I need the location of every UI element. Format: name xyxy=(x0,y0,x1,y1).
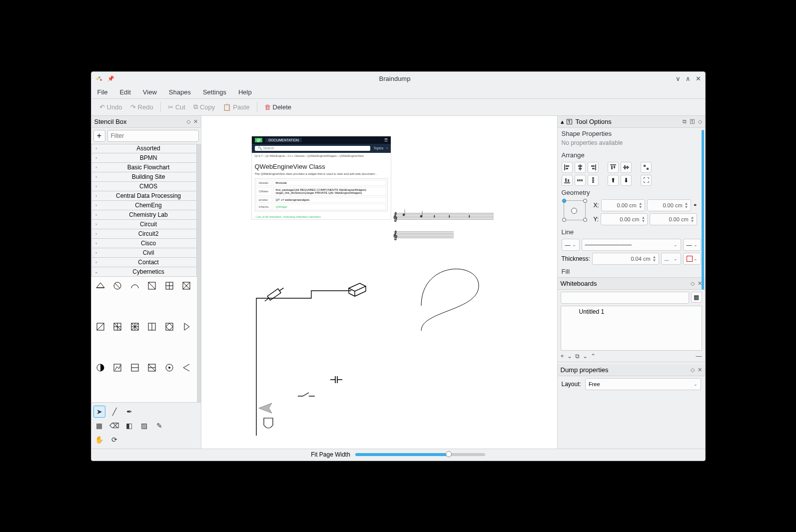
align-right-button[interactable] xyxy=(588,162,599,173)
copy-button[interactable]: ⧉Copy xyxy=(190,102,218,112)
menu-settings[interactable]: Settings xyxy=(201,87,228,97)
stencil-shape[interactable] xyxy=(128,279,142,293)
add-stencil-button[interactable]: + xyxy=(93,130,105,142)
dist-h-button[interactable] xyxy=(575,175,586,186)
zoom-slider[interactable] xyxy=(355,453,485,456)
canvas[interactable]: Qt DOCUMENTATION ☰ 🔍 Search Topics › Qt … xyxy=(201,116,557,449)
redo-button[interactable]: ↷Redo xyxy=(127,102,156,112)
whiteboard-grid-button[interactable]: ▦ xyxy=(691,292,702,303)
stencil-category[interactable]: ›Contact xyxy=(91,258,197,267)
menu-shapes[interactable]: Shapes xyxy=(167,87,193,97)
link-icon[interactable]: ⚭ xyxy=(693,202,697,208)
w-input[interactable]: 0.00 cm▲▼ xyxy=(647,199,691,211)
whiteboard-list[interactable]: Untitled 1 xyxy=(561,306,702,351)
stencil-shape[interactable] xyxy=(93,320,107,334)
distribute-button[interactable] xyxy=(641,162,652,173)
tool-line[interactable]: ╱ xyxy=(108,406,120,418)
collapse-icon[interactable]: ▴ xyxy=(561,118,564,125)
y-input[interactable]: 0.00 cm▲▼ xyxy=(601,213,648,225)
float-icon[interactable]: ◇ xyxy=(691,280,695,287)
stencil-category[interactable]: ›Assorted xyxy=(91,144,197,153)
stencil-category[interactable]: ›Building Site xyxy=(91,172,197,182)
cut-button[interactable]: ✂Cut xyxy=(165,102,188,112)
thickness-input[interactable]: 0.04 cm▲▼ xyxy=(592,253,659,265)
tool-pattern[interactable]: ▨ xyxy=(138,420,150,432)
stencil-shape[interactable] xyxy=(145,320,159,334)
stencil-shape[interactable] xyxy=(93,279,107,293)
wb-remove-button[interactable]: — xyxy=(696,353,702,360)
stencil-category[interactable]: ⌄Cybernetics xyxy=(91,267,197,277)
thickness-more[interactable]: ...⌄ xyxy=(661,253,681,265)
bring-front-button[interactable]: ⬆ xyxy=(608,175,619,186)
group-button[interactable]: ⛶ xyxy=(641,175,652,186)
align-left-button[interactable] xyxy=(562,162,573,173)
scrollbar[interactable] xyxy=(702,130,704,290)
stencil-category[interactable]: ›ChemEng xyxy=(91,201,197,210)
stencil-category[interactable]: ›BPMN xyxy=(91,153,197,163)
stencil-category[interactable]: ›Chemistry Lab xyxy=(91,210,197,220)
wb-up-button[interactable]: ⌃ xyxy=(591,353,596,360)
stencil-category[interactable]: ›CMOS xyxy=(91,182,197,191)
anchor-selector[interactable] xyxy=(564,200,586,220)
stencil-shape[interactable] xyxy=(162,361,176,375)
line-style[interactable]: ────────────⌄ xyxy=(582,239,681,251)
stencil-shape[interactable] xyxy=(128,361,142,375)
float-icon[interactable]: ◇ xyxy=(691,367,695,373)
lock-icon[interactable]: ⚿ xyxy=(566,118,573,125)
stencil-category[interactable]: ›Central Data Processing xyxy=(91,191,197,201)
stencil-shape[interactable] xyxy=(128,320,142,334)
wb-copy-button[interactable]: ⧉ xyxy=(575,353,580,360)
detach-icon[interactable]: ⧉ xyxy=(683,118,687,125)
stencil-shape[interactable] xyxy=(145,361,159,375)
tool-grid[interactable]: ▦ xyxy=(93,420,105,432)
whiteboard-item[interactable]: Untitled 1 xyxy=(563,308,700,315)
whiteboard-name-input[interactable] xyxy=(561,292,689,304)
pin-icon[interactable]: 📌 xyxy=(107,75,114,82)
tool-gradient[interactable]: ◧ xyxy=(123,420,135,432)
tool-zoom[interactable]: ⟳ xyxy=(108,434,120,446)
stencil-shape[interactable] xyxy=(110,361,124,375)
stencil-shape[interactable] xyxy=(145,279,159,293)
stencil-shape[interactable] xyxy=(162,320,176,334)
stencil-category[interactable]: ›Circuit xyxy=(91,220,197,229)
tool-pencil[interactable]: ✎ xyxy=(153,420,165,432)
stencil-shape[interactable] xyxy=(162,279,176,293)
align-hcenter-button[interactable] xyxy=(575,162,586,173)
wb-add-button[interactable]: + xyxy=(561,353,564,360)
line-end-cap[interactable]: —⌄ xyxy=(683,239,701,251)
close-panel-icon[interactable]: ✕ xyxy=(193,118,198,125)
x-input[interactable]: 0.00 cm▲▼ xyxy=(601,199,645,211)
stencil-shape[interactable] xyxy=(179,279,193,293)
line-start-cap[interactable]: —⌄ xyxy=(562,239,580,251)
scrollbar[interactable] xyxy=(197,144,201,402)
float-icon[interactable]: ◇ xyxy=(698,118,702,125)
minimize-button[interactable]: ∨ xyxy=(676,75,681,82)
close-button[interactable]: ✕ xyxy=(696,75,701,82)
align-vcenter-button[interactable] xyxy=(621,162,632,173)
stencil-shape[interactable] xyxy=(93,361,107,375)
menu-view[interactable]: View xyxy=(141,87,159,97)
tool-select[interactable]: ➤ xyxy=(93,406,105,418)
menu-help[interactable]: Help xyxy=(236,87,254,97)
tool-calligraphy[interactable]: ✒ xyxy=(123,406,135,418)
stencil-category[interactable]: ›Civil xyxy=(91,248,197,258)
line-color[interactable]: ⌄ xyxy=(683,253,701,265)
wb-dropdown-button[interactable]: ⌄ xyxy=(567,353,572,360)
delete-button[interactable]: 🗑Delete xyxy=(261,102,295,112)
stencil-shape[interactable] xyxy=(179,361,193,375)
maximize-button[interactable]: ∧ xyxy=(686,75,691,82)
stencil-category[interactable]: ›Circuit2 xyxy=(91,229,197,239)
stencil-shape[interactable] xyxy=(110,320,124,334)
tool-pan[interactable]: ✋ xyxy=(93,434,105,446)
undo-button[interactable]: ↶Undo xyxy=(96,102,125,112)
wb-down-button[interactable]: ⌄ xyxy=(583,353,588,360)
stencil-category[interactable]: ›Basic Flowchart xyxy=(91,163,197,172)
send-back-button[interactable]: ⬇ xyxy=(621,175,632,186)
float-icon[interactable]: ◇ xyxy=(186,118,190,125)
h-input[interactable]: 0.00 cm▲▼ xyxy=(650,213,697,225)
align-top-button[interactable] xyxy=(608,162,619,173)
paste-button[interactable]: 📋Paste xyxy=(220,102,252,112)
layout-select[interactable]: Free⌄ xyxy=(585,378,701,390)
stencil-shape[interactable] xyxy=(110,279,124,293)
menu-edit[interactable]: Edit xyxy=(117,87,132,97)
